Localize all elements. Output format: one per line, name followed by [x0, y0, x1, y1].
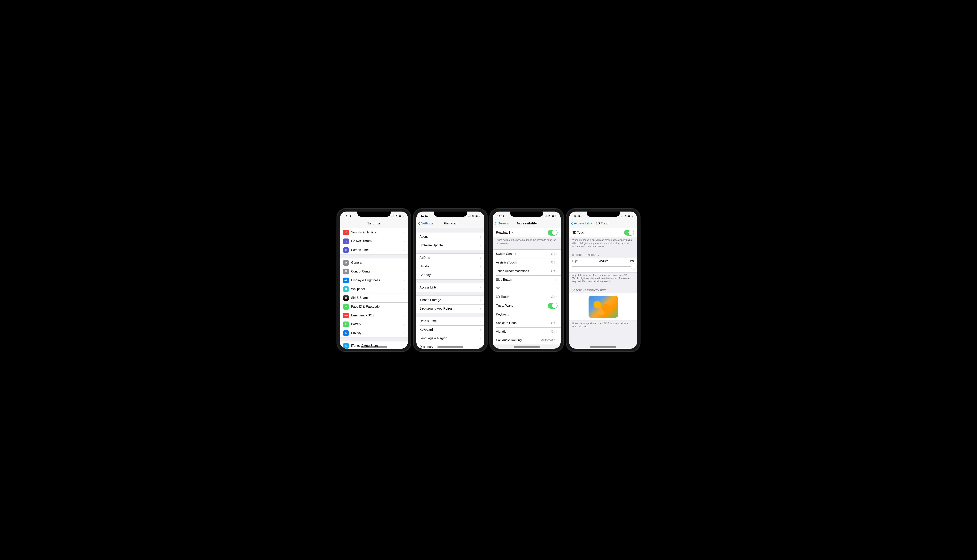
nav-title: General	[444, 222, 457, 225]
settings-row[interactable]: Software Update›	[417, 241, 484, 250]
settings-row[interactable]: ☰Control Center›	[340, 267, 408, 276]
content[interactable]: 3D TouchWhen 3D Touch is on, you can pre…	[569, 228, 637, 349]
chevron-right-icon: ›	[556, 321, 557, 325]
chevron-right-icon: ›	[556, 313, 557, 316]
settings-row[interactable]: ⏳Screen Time›	[340, 246, 408, 255]
nav-bar: GeneralAccessibility	[493, 219, 560, 228]
settings-row[interactable]: AADisplay & Brightness›	[340, 276, 408, 285]
settings-row[interactable]: ⚙General›	[340, 258, 408, 267]
settings-row[interactable]: AirDrop›	[417, 253, 484, 262]
chevron-right-icon: ›	[556, 295, 557, 298]
back-label: Settings	[421, 222, 433, 225]
content[interactable]: ReachabilitySwipe down on the bottom edg…	[493, 228, 560, 349]
settings-row[interactable]: VibrationOn›	[493, 327, 560, 336]
settings-row[interactable]: Switch ControlOff›	[493, 250, 560, 258]
settings-row[interactable]: ☺Face ID & Passcode›	[340, 302, 408, 311]
slider-label: Firm	[629, 259, 634, 263]
settings-row[interactable]: Keyboard›	[493, 310, 560, 319]
nav-title: Settings	[367, 222, 380, 225]
row-icon: ⚙	[343, 260, 349, 266]
settings-group: Accessibility›	[417, 283, 484, 292]
settings-row[interactable]: SOSEmergency SOS›	[340, 311, 408, 320]
row-value: Off	[551, 321, 555, 325]
settings-group: 3D TOUCH SENSITIVITY TESTPress the image…	[569, 288, 637, 329]
nav-title: 3D Touch	[595, 222, 610, 225]
row-label: CarPlay	[420, 273, 480, 277]
back-button[interactable]: Accessibility	[571, 222, 592, 225]
svg-rect-24	[623, 215, 624, 217]
settings-row[interactable]: Keyboard›	[417, 325, 484, 334]
back-button[interactable]: General	[494, 222, 509, 225]
settings-row[interactable]: Language & Region›	[417, 334, 484, 343]
settings-row[interactable]: Siri›	[493, 284, 560, 293]
home-indicator[interactable]	[590, 347, 616, 347]
row-icon: SOS	[343, 313, 349, 318]
settings-row[interactable]: Reachability	[493, 228, 560, 237]
chevron-right-icon: ›	[556, 269, 557, 273]
content[interactable]: About›Software Update›AirDrop›Handoff›Ca…	[417, 228, 484, 349]
chevron-right-icon: ›	[480, 337, 481, 340]
status-time: 16:19	[344, 215, 356, 218]
signal-icon	[620, 215, 624, 218]
home-indicator[interactable]	[437, 347, 463, 347]
nav-bar: SettingsGeneral	[417, 219, 484, 228]
row-label: Control Center	[351, 270, 403, 273]
settings-row[interactable]: ◉Siri & Search›	[340, 293, 408, 302]
toggle-switch[interactable]	[548, 230, 557, 235]
settings-row[interactable]: ❁Wallpaper›	[340, 285, 408, 293]
settings-row[interactable]: 🌙Do Not Disturb›	[340, 237, 408, 246]
settings-row[interactable]: Handoff›	[417, 262, 484, 271]
row-label: Tap to Wake	[496, 304, 548, 307]
settings-row[interactable]: Call Audio RoutingAutomatic›	[493, 336, 560, 345]
settings-row[interactable]: 3D Touch	[569, 228, 637, 237]
settings-row[interactable]: CarPlay›	[417, 271, 484, 279]
settings-row[interactable]: Shake to UndoOff›	[493, 319, 560, 327]
row-label: Touch Accommodations	[496, 269, 551, 273]
chevron-right-icon: ›	[556, 338, 557, 342]
settings-row[interactable]: 3D TouchOn›	[493, 293, 560, 301]
settings-row[interactable]: 🔊Sounds & Haptics›	[340, 228, 408, 237]
group-header: 3D TOUCH SENSITIVITY TEST	[569, 288, 637, 293]
settings-row[interactable]: iPhone Storage›	[417, 296, 484, 304]
svg-rect-6	[403, 216, 403, 217]
settings-row[interactable]: Tap to Wake	[493, 301, 560, 310]
settings-row[interactable]: Side Button›	[493, 275, 560, 284]
settings-row[interactable]: Dictionary›	[417, 343, 484, 349]
slider-track[interactable]	[572, 264, 634, 269]
settings-row[interactable]: Accessibility›	[417, 283, 484, 292]
group-footer: Press the image above to test 3D Touch s…	[569, 321, 637, 329]
row-label: Privacy	[351, 331, 403, 335]
back-label: General	[497, 222, 509, 225]
home-indicator[interactable]	[361, 347, 387, 347]
settings-row[interactable]: ✋Privacy›	[340, 329, 408, 338]
slider-thumb[interactable]	[631, 264, 637, 269]
content[interactable]: 🔊Sounds & Haptics›🌙Do Not Disturb›⏳Scree…	[340, 228, 408, 349]
chevron-right-icon: ›	[556, 287, 557, 290]
sensitivity-test-image[interactable]	[589, 296, 618, 318]
chevron-left-icon	[418, 222, 420, 225]
svg-rect-23	[622, 216, 622, 217]
settings-row[interactable]: AssistiveTouchOff›	[493, 258, 560, 267]
settings-group: AiTunes & App Store›▬Wallet & Apple Pay›	[340, 341, 408, 349]
home-indicator[interactable]	[514, 347, 540, 347]
settings-row[interactable]: About›	[417, 232, 484, 241]
row-icon: AA	[343, 278, 349, 283]
svg-rect-2	[393, 216, 393, 217]
settings-row[interactable]: AiTunes & App Store›	[340, 342, 408, 349]
row-label: Display & Brightness	[351, 278, 403, 282]
settings-row[interactable]: ▮Battery›	[340, 320, 408, 329]
back-button[interactable]: Settings	[418, 222, 433, 225]
settings-row[interactable]: Date & Time›	[417, 317, 484, 325]
settings-row[interactable]: Background App Refresh›	[417, 304, 484, 313]
back-label: Accessibility	[574, 222, 592, 225]
sensitivity-slider[interactable]: LightMediumFirm	[569, 258, 637, 272]
wifi-icon	[624, 215, 627, 218]
wifi-icon	[395, 215, 398, 218]
status-indicators	[467, 215, 480, 218]
settings-row[interactable]: Touch AccommodationsOff›	[493, 267, 560, 275]
group-rows: Switch ControlOff›AssistiveTouchOff›Touc…	[493, 250, 560, 345]
row-icon: ☺	[343, 304, 349, 310]
toggle-switch[interactable]	[624, 230, 634, 235]
toggle-switch[interactable]	[548, 303, 557, 308]
row-value: Off	[551, 252, 555, 256]
